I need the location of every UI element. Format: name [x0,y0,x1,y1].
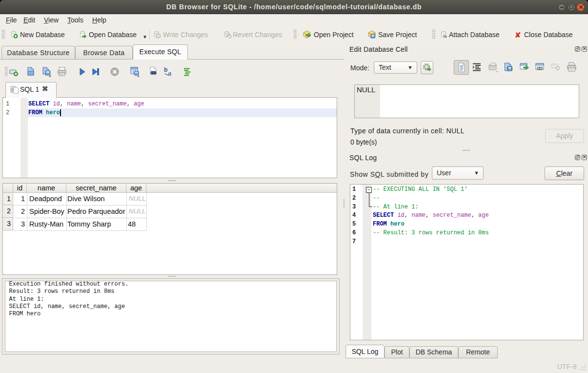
svg-text:b: b [164,66,167,73]
svg-text:a: a [168,70,171,77]
